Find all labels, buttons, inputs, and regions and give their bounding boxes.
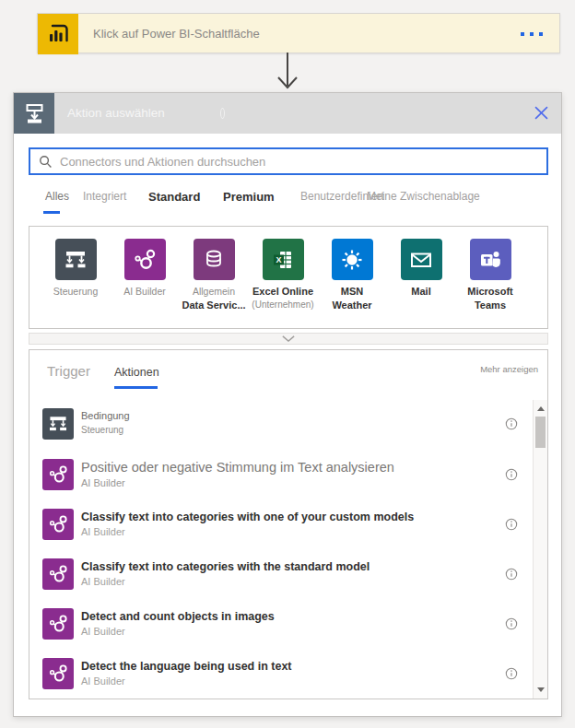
chevron-down-icon [282, 335, 295, 342]
control-icon [42, 408, 74, 440]
action-row-detect-objects[interactable]: Detect and count objects in images AI Bu… [29, 608, 527, 654]
action-subtitle: AI Builder [81, 626, 125, 637]
power-automate-designer: Klick auf Power BI-Schaltfläche Aktion a… [0, 0, 575, 728]
ai-builder-icon [42, 509, 74, 540]
info-icon[interactable] [505, 568, 518, 581]
panel-title: Aktion auswählen [67, 93, 165, 134]
trigger-card[interactable]: Klick auf Power BI-Schaltfläche [37, 13, 560, 53]
ellipsis-dot [521, 32, 524, 36]
info-icon[interactable] [505, 468, 518, 481]
tab-standard[interactable]: Standard [148, 190, 200, 204]
tab-integriert[interactable]: Integriert [83, 190, 126, 203]
teams-icon [470, 239, 511, 280]
ellipsis-dot [530, 32, 534, 36]
info-icon[interactable] [505, 617, 518, 630]
panel-title-info-glyph [220, 108, 225, 119]
active-tab-underline [43, 211, 60, 214]
connector-label: Data Servic... [179, 299, 249, 312]
connector-label: Microsoft [455, 285, 525, 299]
database-icon [194, 239, 235, 280]
action-row-bedingung[interactable]: Bedingung Steuerung [29, 408, 527, 454]
search-icon [39, 155, 53, 169]
connector-label: Excel Online [248, 285, 318, 299]
connector-common-data-service[interactable]: Allgemein Data Servic... [179, 227, 249, 312]
ai-builder-icon [42, 658, 74, 689]
action-subtitle: AI Builder [81, 675, 125, 687]
action-title: Classify text into categories with one o… [81, 511, 414, 523]
tab-alles[interactable]: Alles [45, 190, 69, 203]
connector-label: Teams [455, 299, 525, 312]
action-title: Detect and count objects in images [81, 610, 275, 623]
search-box [29, 147, 548, 175]
action-subtitle: Steuerung [81, 425, 123, 435]
show-more-link[interactable]: Mehr anzeigen [480, 364, 538, 374]
ellipsis-menu-icon[interactable] [521, 32, 543, 36]
active-list-tab-underline [114, 386, 158, 389]
scroll-up-arrow[interactable] [534, 402, 548, 416]
trigger-card-title: Klick auf Power BI-Schaltfläche [93, 14, 260, 54]
tab-trigger[interactable]: Trigger [47, 363, 90, 379]
control-icon [14, 93, 54, 134]
action-row-sentiment[interactable]: Positive oder negative Stimmung im Text … [29, 459, 527, 505]
connectors-box: Steuerung AI Builder [29, 226, 548, 329]
search-input[interactable] [60, 155, 546, 169]
svg-text:X: X [276, 255, 281, 264]
flow-arrow-icon [274, 53, 301, 91]
ai-builder-icon [42, 608, 74, 640]
connector-label: Allgemein [179, 285, 249, 299]
tab-premium[interactable]: Premium [223, 190, 275, 204]
action-selector-panel: Aktion auswählen Alles Integriert Standa… [13, 92, 562, 717]
control-icon [55, 239, 97, 280]
action-title: Classify text into categories with the s… [81, 560, 370, 573]
connector-microsoft-teams[interactable]: Microsoft Teams [455, 227, 525, 312]
info-icon[interactable] [505, 417, 518, 430]
action-subtitle: AI Builder [81, 576, 125, 587]
info-icon[interactable] [505, 667, 518, 680]
ai-builder-icon [42, 558, 74, 590]
close-icon[interactable] [534, 106, 548, 120]
ai-builder-icon [42, 459, 74, 490]
connector-mail[interactable]: Mail [386, 227, 456, 299]
panel-header: Aktion auswählen [14, 93, 561, 134]
connector-label: (Unternehmen) [248, 299, 318, 311]
connector-msn-weather[interactable]: MSN Weather [317, 227, 387, 312]
ellipsis-dot [539, 32, 543, 36]
connector-label: MSN [317, 285, 387, 299]
action-title: Detect the language being used in text [81, 660, 292, 673]
scroll-down-arrow[interactable] [534, 683, 548, 697]
info-icon[interactable] [505, 518, 518, 531]
action-row-classify-standard[interactable]: Classify text into categories with the s… [29, 558, 527, 605]
envelope-icon [401, 239, 442, 280]
scrollbar-thumb[interactable] [535, 417, 546, 448]
action-title: Bedingung [81, 410, 130, 421]
connector-label: AI Builder [110, 285, 180, 299]
action-row-detect-language[interactable]: Detect the language being used in text A… [29, 658, 527, 699]
excel-icon: X [263, 239, 304, 280]
connector-excel-online[interactable]: X Excel Online (Unternehmen) [248, 227, 318, 311]
action-subtitle: AI Builder [81, 477, 125, 488]
connector-steuerung[interactable]: Steuerung [41, 227, 111, 299]
tab-aktionen[interactable]: Aktionen [114, 366, 159, 379]
sun-icon [332, 239, 373, 280]
power-bi-icon [38, 14, 78, 54]
collapse-connectors-bar[interactable] [29, 333, 548, 345]
action-subtitle: AI Builder [81, 526, 125, 537]
actions-box: Trigger Aktionen Mehr anzeigen [29, 349, 548, 699]
connector-label: Steuerung [41, 285, 111, 299]
ai-builder-icon [124, 239, 166, 280]
tab-meine-zwischenablage[interactable]: Meine Zwischenablage [367, 190, 480, 203]
connector-ai-builder[interactable]: AI Builder [110, 227, 180, 299]
connector-label: Weather [317, 299, 387, 312]
action-row-classify-custom[interactable]: Classify text into categories with one o… [29, 509, 527, 555]
connector-label: Mail [386, 285, 456, 299]
vertical-scrollbar[interactable] [533, 400, 547, 699]
action-title: Positive oder negative Stimmung im Text … [81, 460, 394, 475]
